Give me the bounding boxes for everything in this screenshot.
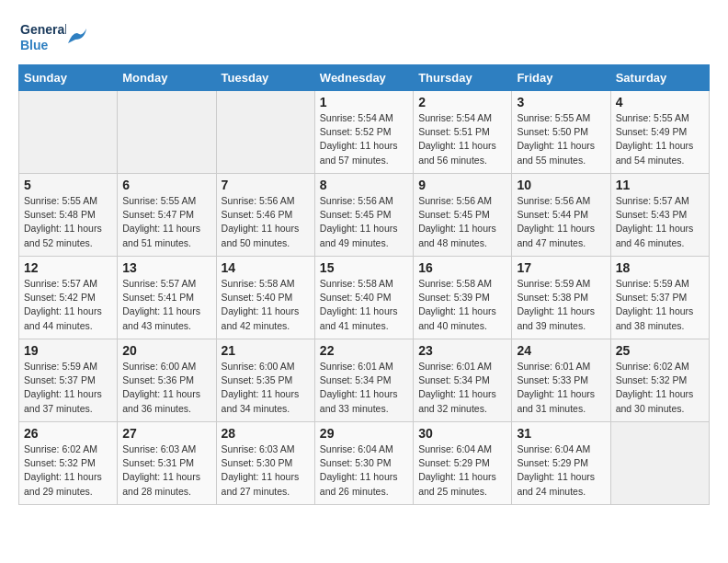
- calendar-cell: 26Sunrise: 6:02 AMSunset: 5:32 PMDayligh…: [19, 422, 118, 505]
- calendar-cell: 9Sunrise: 5:56 AMSunset: 5:45 PMDaylight…: [414, 174, 512, 257]
- day-number: 29: [320, 426, 408, 441]
- day-number: 13: [122, 260, 210, 275]
- day-info: Sunrise: 6:04 AMSunset: 5:30 PMDaylight:…: [320, 442, 408, 499]
- calendar-week-row: 1Sunrise: 5:54 AMSunset: 5:52 PMDaylight…: [19, 91, 710, 174]
- day-info: Sunrise: 6:01 AMSunset: 5:34 PMDaylight:…: [320, 360, 408, 416]
- calendar-week-row: 12Sunrise: 5:57 AMSunset: 5:42 PMDayligh…: [19, 257, 710, 339]
- day-number: 25: [616, 343, 704, 358]
- day-number: 3: [517, 95, 605, 109]
- day-number: 17: [517, 260, 605, 275]
- day-number: 8: [320, 178, 408, 192]
- calendar-cell: 28Sunrise: 6:03 AMSunset: 5:30 PMDayligh…: [216, 422, 314, 505]
- day-info: Sunrise: 5:56 AMSunset: 5:45 PMDaylight:…: [418, 194, 506, 250]
- day-number: 28: [222, 426, 310, 441]
- day-number: 16: [418, 260, 506, 275]
- weekday-header-sunday: Sunday: [19, 65, 118, 91]
- calendar-cell: [610, 422, 709, 505]
- day-number: 26: [24, 426, 112, 441]
- weekday-header-friday: Friday: [512, 65, 610, 91]
- day-number: 20: [122, 343, 210, 358]
- calendar-week-row: 5Sunrise: 5:55 AMSunset: 5:48 PMDaylight…: [19, 174, 710, 257]
- day-info: Sunrise: 6:04 AMSunset: 5:29 PMDaylight:…: [418, 442, 506, 499]
- day-number: 12: [24, 260, 112, 275]
- day-number: 18: [616, 260, 704, 275]
- logo-container: General Blue: [18, 18, 86, 55]
- calendar-cell: 18Sunrise: 5:59 AMSunset: 5:37 PMDayligh…: [610, 257, 709, 339]
- calendar-cell: 30Sunrise: 6:04 AMSunset: 5:29 PMDayligh…: [414, 422, 512, 505]
- day-number: 27: [122, 426, 210, 441]
- day-info: Sunrise: 5:55 AMSunset: 5:49 PMDaylight:…: [616, 111, 704, 167]
- page-header: General Blue: [18, 18, 710, 55]
- calendar-cell: 2Sunrise: 5:54 AMSunset: 5:51 PMDaylight…: [414, 91, 512, 174]
- calendar-cell: 17Sunrise: 5:59 AMSunset: 5:38 PMDayligh…: [512, 257, 610, 339]
- calendar-cell: 11Sunrise: 5:57 AMSunset: 5:43 PMDayligh…: [610, 174, 709, 257]
- calendar-cell: 13Sunrise: 5:57 AMSunset: 5:41 PMDayligh…: [118, 257, 216, 339]
- day-info: Sunrise: 5:58 AMSunset: 5:39 PMDaylight:…: [418, 277, 506, 333]
- calendar-cell: 1Sunrise: 5:54 AMSunset: 5:52 PMDaylight…: [314, 91, 413, 174]
- calendar-cell: 21Sunrise: 6:00 AMSunset: 5:35 PMDayligh…: [216, 339, 314, 422]
- day-info: Sunrise: 5:58 AMSunset: 5:40 PMDaylight:…: [320, 277, 408, 333]
- calendar-cell: 14Sunrise: 5:58 AMSunset: 5:40 PMDayligh…: [216, 257, 314, 339]
- day-info: Sunrise: 6:03 AMSunset: 5:30 PMDaylight:…: [222, 442, 310, 499]
- calendar-cell: 22Sunrise: 6:01 AMSunset: 5:34 PMDayligh…: [314, 339, 413, 422]
- weekday-header-thursday: Thursday: [414, 65, 512, 91]
- logo-bird-icon: [66, 27, 86, 47]
- day-info: Sunrise: 5:59 AMSunset: 5:38 PMDaylight:…: [517, 277, 605, 333]
- svg-text:Blue: Blue: [20, 38, 49, 52]
- day-number: 10: [517, 178, 605, 192]
- day-number: 14: [222, 260, 310, 275]
- day-number: 11: [616, 178, 704, 192]
- day-info: Sunrise: 6:00 AMSunset: 5:35 PMDaylight:…: [222, 360, 310, 416]
- day-info: Sunrise: 6:01 AMSunset: 5:34 PMDaylight:…: [418, 360, 506, 416]
- day-number: 4: [616, 95, 704, 109]
- day-number: 2: [418, 95, 506, 109]
- svg-text:General: General: [20, 22, 66, 37]
- calendar-cell: 16Sunrise: 5:58 AMSunset: 5:39 PMDayligh…: [414, 257, 512, 339]
- calendar-cell: [118, 91, 216, 174]
- calendar-week-row: 26Sunrise: 6:02 AMSunset: 5:32 PMDayligh…: [19, 422, 710, 505]
- calendar-cell: 24Sunrise: 6:01 AMSunset: 5:33 PMDayligh…: [512, 339, 610, 422]
- day-number: 30: [418, 426, 506, 441]
- weekday-header-row: SundayMondayTuesdayWednesdayThursdayFrid…: [19, 65, 710, 91]
- day-info: Sunrise: 5:57 AMSunset: 5:43 PMDaylight:…: [616, 194, 704, 250]
- day-number: 31: [517, 426, 605, 441]
- calendar-cell: 23Sunrise: 6:01 AMSunset: 5:34 PMDayligh…: [414, 339, 512, 422]
- calendar-cell: 6Sunrise: 5:55 AMSunset: 5:47 PMDaylight…: [118, 174, 216, 257]
- calendar-cell: 20Sunrise: 6:00 AMSunset: 5:36 PMDayligh…: [118, 339, 216, 422]
- day-info: Sunrise: 5:56 AMSunset: 5:45 PMDaylight:…: [320, 194, 408, 250]
- day-info: Sunrise: 5:57 AMSunset: 5:42 PMDaylight:…: [24, 277, 112, 333]
- logo-svg: General Blue: [18, 18, 66, 55]
- day-info: Sunrise: 5:59 AMSunset: 5:37 PMDaylight:…: [616, 277, 704, 333]
- day-number: 6: [122, 178, 210, 192]
- day-number: 15: [320, 260, 408, 275]
- day-number: 1: [320, 95, 408, 109]
- day-info: Sunrise: 5:54 AMSunset: 5:51 PMDaylight:…: [418, 111, 506, 167]
- day-info: Sunrise: 5:57 AMSunset: 5:41 PMDaylight:…: [122, 277, 210, 333]
- logo: General Blue: [18, 18, 86, 55]
- calendar-cell: 5Sunrise: 5:55 AMSunset: 5:48 PMDaylight…: [19, 174, 118, 257]
- day-number: 23: [418, 343, 506, 358]
- day-info: Sunrise: 5:55 AMSunset: 5:48 PMDaylight:…: [24, 194, 112, 250]
- day-info: Sunrise: 6:02 AMSunset: 5:32 PMDaylight:…: [616, 360, 704, 416]
- day-info: Sunrise: 6:00 AMSunset: 5:36 PMDaylight:…: [122, 360, 210, 416]
- day-info: Sunrise: 6:03 AMSunset: 5:31 PMDaylight:…: [122, 442, 210, 499]
- day-info: Sunrise: 5:55 AMSunset: 5:50 PMDaylight:…: [517, 111, 605, 167]
- weekday-header-tuesday: Tuesday: [216, 65, 314, 91]
- calendar-cell: 7Sunrise: 5:56 AMSunset: 5:46 PMDaylight…: [216, 174, 314, 257]
- day-info: Sunrise: 5:55 AMSunset: 5:47 PMDaylight:…: [122, 194, 210, 250]
- weekday-header-monday: Monday: [118, 65, 216, 91]
- calendar-cell: 19Sunrise: 5:59 AMSunset: 5:37 PMDayligh…: [19, 339, 118, 422]
- calendar-cell: [216, 91, 314, 174]
- calendar-cell: 29Sunrise: 6:04 AMSunset: 5:30 PMDayligh…: [314, 422, 413, 505]
- day-info: Sunrise: 5:56 AMSunset: 5:46 PMDaylight:…: [222, 194, 310, 250]
- calendar-cell: 25Sunrise: 6:02 AMSunset: 5:32 PMDayligh…: [610, 339, 709, 422]
- day-info: Sunrise: 6:04 AMSunset: 5:29 PMDaylight:…: [517, 442, 605, 499]
- calendar-cell: 15Sunrise: 5:58 AMSunset: 5:40 PMDayligh…: [314, 257, 413, 339]
- day-number: 5: [24, 178, 112, 192]
- day-number: 24: [517, 343, 605, 358]
- weekday-header-wednesday: Wednesday: [314, 65, 413, 91]
- day-info: Sunrise: 5:54 AMSunset: 5:52 PMDaylight:…: [320, 111, 408, 167]
- calendar-cell: 10Sunrise: 5:56 AMSunset: 5:44 PMDayligh…: [512, 174, 610, 257]
- day-number: 21: [222, 343, 310, 358]
- calendar-cell: [19, 91, 118, 174]
